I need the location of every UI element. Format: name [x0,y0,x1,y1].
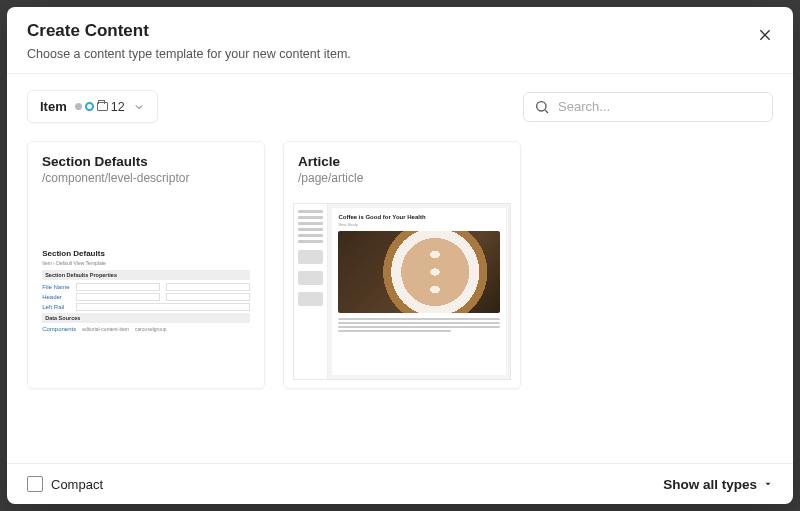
preview-thumbnail: Section Defaults Item › Default View Tem… [42,249,250,334]
caret-down-icon [763,479,773,489]
type-filter-label: Item [40,99,67,114]
type-filter-dropdown[interactable]: Item 12 [27,90,158,123]
preview-main: Coffee is Good for Your Health New Study [332,208,505,376]
preview-cell [76,283,160,291]
card-preview: Section Defaults Item › Default View Tem… [28,195,264,388]
preview-group-label: Data Sources [42,313,250,323]
coffee-image [338,231,499,313]
preview-cell [76,293,160,301]
modal-footer: Compact Show all types [7,463,793,504]
toolbar: Item 12 [27,90,773,123]
modal-subtitle: Choose a content type template for your … [27,47,773,61]
preview-row-label: Left Rail [42,304,70,310]
preview-article-sub: New Study [338,222,499,227]
chevron-down-icon [133,101,145,113]
preview-paragraph-lines [338,318,499,332]
modal-body: Item 12 [7,74,793,463]
preview-heading: Section Defaults [42,249,250,258]
search-field-wrap[interactable] [523,92,773,122]
preview-row-label: Header [42,294,70,300]
preview-row-value: editorial-content-item [82,326,129,332]
preview-article-title: Coffee is Good for Your Health [338,214,499,220]
template-card-article[interactable]: Article /page/article Coffee is Good for… [283,141,521,389]
preview-row-label: File Name [42,284,70,290]
checkbox-icon [27,476,43,492]
create-content-modal: Create Content Choose a content type tem… [7,7,793,504]
type-filter-badges: 12 [75,100,125,114]
clock-icon [85,102,94,111]
card-preview: Coffee is Good for Your Health New Study [284,195,520,388]
card-title: Section Defaults [42,154,250,169]
template-cards: Section Defaults /component/level-descri… [27,141,773,453]
preview-row-label: Components [42,326,76,332]
search-input[interactable] [558,99,762,114]
preview-sub: Item › Default View Template [42,260,250,266]
card-path: /page/article [298,171,506,185]
modal-header: Create Content Choose a content type tem… [7,7,793,74]
compact-label: Compact [51,477,103,492]
show-all-types-button[interactable]: Show all types [663,477,773,492]
modal-title: Create Content [27,21,773,41]
card-title: Article [298,154,506,169]
card-header: Article /page/article [284,142,520,195]
template-card-section-defaults[interactable]: Section Defaults /component/level-descri… [27,141,265,389]
preview-group-label: Section Defaults Properties [42,270,250,280]
card-header: Section Defaults /component/level-descri… [28,142,264,195]
search-icon [534,99,550,115]
preview-thumbnail: Coffee is Good for Your Health New Study [293,203,510,381]
type-filter-count: 12 [111,100,125,114]
preview-row-value: carouselgroup [135,326,167,332]
preview-cell [166,293,250,301]
preview-cell [166,283,250,291]
close-button[interactable] [751,21,779,49]
close-icon [757,27,773,43]
preview-cell [76,303,250,311]
dot-icon [75,103,82,110]
svg-point-0 [537,101,546,110]
compact-toggle[interactable]: Compact [27,476,103,492]
modal-backdrop: Create Content Choose a content type tem… [0,0,800,511]
show-all-label: Show all types [663,477,757,492]
card-path: /component/level-descriptor [42,171,250,185]
folder-icon [97,102,108,111]
preview-sidebar [294,204,328,380]
